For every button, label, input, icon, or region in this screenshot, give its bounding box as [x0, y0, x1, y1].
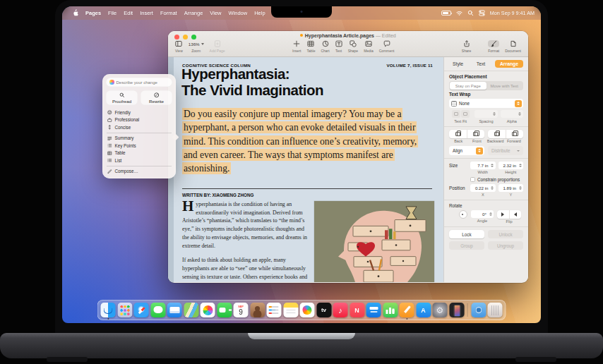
dock-icon-downloads-folder[interactable]	[471, 303, 486, 317]
dock-icon-messages[interactable]	[150, 303, 165, 317]
comment-button[interactable]: Comment	[376, 40, 398, 53]
send-backward-button[interactable]	[488, 130, 506, 138]
menu-item-window[interactable]: Window	[225, 10, 251, 16]
move-with-text-segment[interactable]: Move with Text	[486, 82, 523, 90]
doc-body-text[interactable]: Hyperphantasia is the condition of havin…	[182, 200, 309, 282]
dock-divider	[467, 303, 468, 317]
tab-text[interactable]: Text	[473, 60, 489, 68]
angle-stepper[interactable]: 0°	[471, 210, 494, 218]
dock-icon-mail[interactable]	[167, 303, 182, 317]
dock-icon-photos[interactable]	[201, 303, 215, 317]
writing-tools-list[interactable]: List	[106, 157, 172, 164]
tab-arrange[interactable]: Arrange	[495, 60, 523, 68]
chart-button[interactable]: Chart	[318, 40, 332, 53]
dock-icon-launchpad[interactable]	[117, 303, 132, 317]
dock-icon-pages[interactable]	[400, 303, 414, 317]
menu-item-help[interactable]: Help	[251, 10, 268, 16]
writing-tools-professional[interactable]: Professional	[106, 116, 172, 124]
rotate-knob[interactable]	[459, 210, 467, 219]
comment-icon	[383, 40, 390, 47]
doc-byline[interactable]: WRITTEN BY: XIAOMENG ZHONG	[182, 193, 253, 198]
angle-label: Angle	[477, 219, 487, 223]
menu-item-insert[interactable]: Insert	[136, 10, 157, 16]
writing-tools-friendly[interactable]: Friendly	[106, 109, 172, 116]
menu-item-arrange[interactable]: Arrange	[181, 10, 207, 16]
width-stepper[interactable]: 7.7 in	[470, 162, 496, 169]
dock-icon-calendar[interactable]: SEP9	[234, 303, 249, 317]
flip-vertical-button[interactable]	[497, 210, 509, 219]
stay-on-page-segment[interactable]: Stay on Page	[450, 82, 486, 90]
writing-tools-summary[interactable]: Summary	[106, 135, 172, 142]
menu-item-format[interactable]: Format	[157, 10, 181, 16]
insert-button[interactable]: Insert	[289, 40, 304, 53]
menu-item-app[interactable]: Pages	[82, 10, 105, 16]
dock-icon-reminders[interactable]	[267, 303, 282, 317]
shape-button[interactable]: Shape	[345, 40, 361, 53]
writing-tools-concise[interactable]: Concise	[106, 123, 172, 131]
dock-icon-freeform[interactable]	[300, 303, 315, 317]
menu-item-edit[interactable]: Edit	[120, 10, 136, 16]
position-x-stepper[interactable]: 0.22 in	[470, 184, 496, 192]
dock-icon-keynote[interactable]	[366, 303, 381, 317]
dock-icon-trash[interactable]	[488, 303, 503, 317]
dock-icon-apple-tv[interactable]: tv	[316, 303, 331, 317]
position-y-stepper[interactable]: 1.89 in	[498, 184, 524, 192]
document-page[interactable]: COGNITIVE SCIENCE COLUMN VOLUME 7, ISSUE…	[174, 57, 443, 282]
share-button[interactable]: Share	[459, 40, 474, 53]
writing-tools-key-points[interactable]: Key Points	[106, 142, 172, 150]
format-brush-icon	[490, 40, 497, 47]
doc-intro-selected-text[interactable]: Do you easily conjure up mental imagery?…	[182, 107, 432, 175]
text-wrap-dropdown[interactable]: None	[449, 99, 523, 108]
flip-horizontal-button[interactable]	[509, 210, 522, 219]
writing-tools-compose[interactable]: Compose…	[106, 168, 172, 176]
writing-tools-table[interactable]: Table	[106, 150, 172, 157]
dock-icon-system-settings[interactable]: ⚙	[433, 303, 448, 317]
dock-icon-contacts[interactable]	[250, 303, 265, 317]
dock-icon-numbers[interactable]	[383, 303, 398, 317]
tab-style[interactable]: Style	[449, 60, 467, 68]
format-button[interactable]: Format	[485, 40, 502, 53]
menu-item-file[interactable]: File	[105, 10, 120, 16]
table-button[interactable]: Table	[304, 40, 318, 53]
doc-headline[interactable]: Hyperphantasia: The Vivid Imagination	[181, 66, 323, 98]
constrain-proportions-checkbox[interactable]	[470, 177, 475, 182]
format-inspector-panel: Style Text Arrange Object Placement Stay…	[443, 57, 528, 282]
dock-icon-safari[interactable]	[134, 303, 149, 317]
dock-icon-app-store[interactable]: A	[416, 303, 431, 317]
dock-icon-news[interactable]: N	[350, 303, 364, 317]
proofread-magnifier-icon	[119, 92, 125, 98]
head-drawers-illustration[interactable]	[314, 201, 434, 282]
wifi-icon[interactable]	[456, 10, 462, 16]
lock-button[interactable]: Lock	[449, 230, 484, 238]
zoom-control[interactable]: 136% Zoom	[186, 40, 207, 53]
battery-icon[interactable]	[441, 11, 451, 16]
proofread-button[interactable]: Proofread	[106, 90, 138, 105]
height-stepper[interactable]: 2.32 in	[498, 162, 524, 169]
dock-icon-notes[interactable]	[283, 303, 298, 317]
document-button[interactable]: Document	[502, 40, 524, 53]
camera-notch	[271, 6, 332, 18]
dock-icon-finder[interactable]	[101, 303, 116, 317]
macos-desktop: Pages File Edit Insert Format Arrange Vi…	[62, 6, 541, 323]
window-header: Hyperphantasia Article.pages — Edited Vi…	[168, 31, 528, 57]
dock-icon-iphone-mirroring[interactable]	[449, 303, 464, 317]
send-to-back-button[interactable]	[449, 130, 467, 138]
describe-change-input[interactable]: Describe your change	[106, 78, 172, 87]
menu-bar-clock[interactable]: Mon Sep 9 9:41 AM	[490, 10, 535, 16]
bring-forward-button[interactable]	[506, 130, 524, 138]
align-dropdown[interactable]: Align	[449, 146, 484, 155]
dock-icon-maps[interactable]	[184, 303, 198, 317]
dock-icon-facetime[interactable]	[217, 303, 232, 317]
text-button[interactable]: Text	[333, 40, 345, 53]
control-center-icon[interactable]	[479, 10, 485, 16]
view-button[interactable]: View	[172, 40, 186, 53]
menu-item-view[interactable]: View	[206, 10, 225, 16]
apple-menu[interactable]	[68, 9, 82, 17]
doc-eyebrow-issue[interactable]: VOLUME 7, ISSUE 11	[387, 63, 434, 68]
document-icon	[510, 40, 517, 47]
bring-to-front-button[interactable]	[467, 130, 485, 138]
rewrite-button[interactable]: Rewrite	[141, 90, 172, 105]
media-button[interactable]: Media	[361, 40, 376, 53]
dock-icon-music[interactable]: ♪	[333, 303, 348, 317]
search-icon[interactable]	[467, 10, 474, 16]
